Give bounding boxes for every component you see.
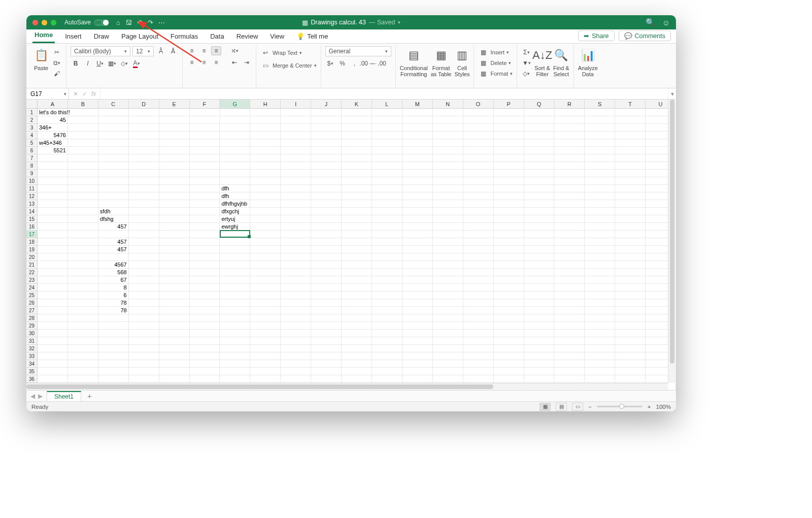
- cell-K34[interactable]: [342, 360, 372, 368]
- cell-O12[interactable]: [463, 192, 494, 200]
- cell-A11[interactable]: [38, 185, 68, 192]
- row-header-34[interactable]: 34: [26, 360, 38, 368]
- cell-I20[interactable]: [281, 253, 311, 261]
- cell-H22[interactable]: [250, 269, 281, 276]
- cell-Q23[interactable]: [524, 276, 555, 284]
- cell-N19[interactable]: [433, 246, 463, 253]
- cell-A24[interactable]: [38, 284, 68, 292]
- increase-font-icon[interactable]: Â: [156, 47, 166, 56]
- cell-P23[interactable]: [494, 276, 524, 284]
- row-header-29[interactable]: 29: [26, 322, 38, 330]
- cell-I4[interactable]: [281, 132, 311, 139]
- cell-A14[interactable]: [38, 208, 68, 215]
- cell-I15[interactable]: [281, 215, 311, 223]
- cell-O35[interactable]: [463, 368, 494, 375]
- row-header-27[interactable]: 27: [26, 307, 38, 314]
- cell-P26[interactable]: [494, 299, 524, 307]
- cell-K29[interactable]: [342, 322, 372, 330]
- cell-A34[interactable]: [38, 360, 68, 368]
- cell-P11[interactable]: [494, 185, 524, 192]
- cell-H6[interactable]: [250, 147, 281, 154]
- row-header-24[interactable]: 24: [26, 284, 38, 292]
- row-header-3[interactable]: 3: [26, 124, 38, 132]
- cell-S3[interactable]: [585, 124, 615, 132]
- cell-L21[interactable]: [372, 261, 402, 269]
- cell-H23[interactable]: [250, 276, 281, 284]
- cell-M35[interactable]: [402, 368, 433, 375]
- cell-Q24[interactable]: [524, 284, 555, 292]
- currency-icon[interactable]: $▾: [325, 59, 335, 68]
- cell-I18[interactable]: [281, 238, 311, 246]
- cell-F15[interactable]: [190, 215, 220, 223]
- cell-M4[interactable]: [402, 132, 433, 139]
- cell-O13[interactable]: [463, 200, 494, 208]
- cell-O23[interactable]: [463, 276, 494, 284]
- italic-button[interactable]: I: [83, 59, 93, 68]
- cell-A27[interactable]: [38, 307, 68, 314]
- sum-icon[interactable]: Σ▾: [521, 48, 531, 57]
- cell-T21[interactable]: [615, 261, 646, 269]
- cell-F19[interactable]: [190, 246, 220, 253]
- cell-K17[interactable]: [342, 231, 372, 238]
- undo-icon[interactable]: ↶: [137, 19, 143, 26]
- cell-C4[interactable]: [98, 132, 129, 139]
- name-box[interactable]: G17▾: [26, 88, 69, 99]
- row-header-32[interactable]: 32: [26, 345, 38, 352]
- cell-M3[interactable]: [402, 124, 433, 132]
- cell-R28[interactable]: [554, 314, 585, 322]
- search-icon[interactable]: 🔍: [646, 18, 655, 27]
- row-header-33[interactable]: 33: [26, 352, 38, 360]
- cell-D8[interactable]: [129, 162, 159, 170]
- cell-B2[interactable]: [68, 116, 98, 124]
- cell-H3[interactable]: [250, 124, 281, 132]
- cell-C22[interactable]: 568: [98, 269, 129, 276]
- row-header-19[interactable]: 19: [26, 246, 38, 253]
- cell-E30[interactable]: [159, 330, 190, 337]
- cell-B35[interactable]: [68, 368, 98, 375]
- cell-H11[interactable]: [250, 185, 281, 192]
- cell-D20[interactable]: [129, 253, 159, 261]
- cell-F16[interactable]: [190, 223, 220, 231]
- cell-G13[interactable]: dfhfhgvjhb: [220, 200, 250, 208]
- cell-S20[interactable]: [585, 253, 615, 261]
- cell-A5[interactable]: w45+346: [38, 139, 68, 147]
- cell-N22[interactable]: [433, 269, 463, 276]
- cell-G15[interactable]: ertyuj: [220, 215, 250, 223]
- cell-G23[interactable]: [220, 276, 250, 284]
- find-select-button[interactable]: 🔍Find & Select: [553, 46, 569, 77]
- feedback-icon[interactable]: ☺: [662, 18, 670, 27]
- align-middle-icon[interactable]: ≡: [199, 46, 209, 55]
- cell-T16[interactable]: [615, 223, 646, 231]
- cell-S29[interactable]: [585, 322, 615, 330]
- cell-O15[interactable]: [463, 215, 494, 223]
- cell-P32[interactable]: [494, 345, 524, 352]
- cell-B30[interactable]: [68, 330, 98, 337]
- cell-I12[interactable]: [281, 192, 311, 200]
- cell-S5[interactable]: [585, 139, 615, 147]
- font-name-select[interactable]: Calibri (Body)▾: [71, 46, 130, 56]
- insert-cells-button[interactable]: ▦Insert▾: [478, 48, 513, 57]
- cell-G36[interactable]: [220, 375, 250, 383]
- cell-J10[interactable]: [311, 177, 342, 185]
- cell-C3[interactable]: [98, 124, 129, 132]
- bold-button[interactable]: B: [71, 59, 81, 68]
- cell-E36[interactable]: [159, 375, 190, 383]
- cell-I23[interactable]: [281, 276, 311, 284]
- cell-O10[interactable]: [463, 177, 494, 185]
- cell-C20[interactable]: [98, 253, 129, 261]
- paste-icon[interactable]: 📋: [33, 46, 49, 64]
- cell-K2[interactable]: [342, 116, 372, 124]
- cell-D31[interactable]: [129, 337, 159, 345]
- cell-E34[interactable]: [159, 360, 190, 368]
- cell-I36[interactable]: [281, 375, 311, 383]
- cell-B17[interactable]: [68, 231, 98, 238]
- cell-T6[interactable]: [615, 147, 646, 154]
- cell-R11[interactable]: [554, 185, 585, 192]
- cell-H7[interactable]: [250, 154, 281, 162]
- cell-K27[interactable]: [342, 307, 372, 314]
- cell-F33[interactable]: [190, 352, 220, 360]
- cell-O31[interactable]: [463, 337, 494, 345]
- cell-L18[interactable]: [372, 238, 402, 246]
- cell-R14[interactable]: [554, 208, 585, 215]
- cell-L19[interactable]: [372, 246, 402, 253]
